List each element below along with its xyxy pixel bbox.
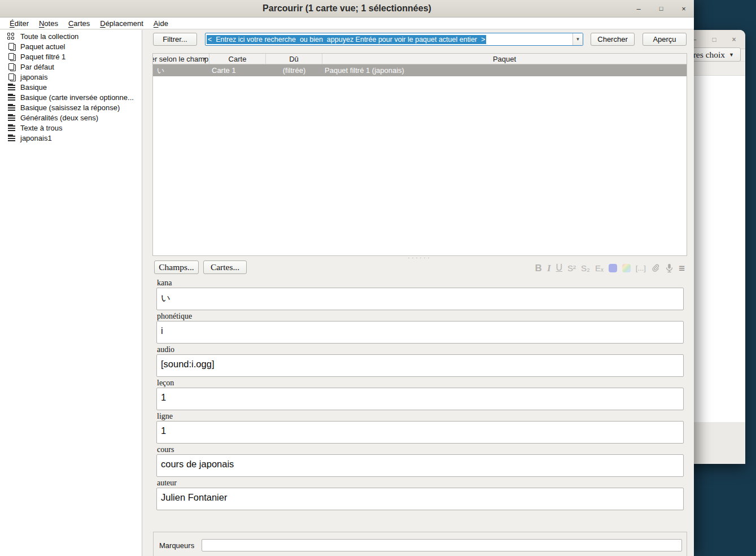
- sidebar-icon: [7, 32, 16, 40]
- field-label: leçon: [157, 378, 684, 388]
- bold-icon[interactable]: B: [535, 263, 542, 273]
- sidebar-item[interactable]: Paquet filtré 1: [0, 51, 142, 62]
- sidebar-item[interactable]: Basique: [0, 82, 142, 92]
- filter-button[interactable]: Filtrer...: [153, 33, 197, 46]
- maximize-icon[interactable]: □: [657, 5, 666, 12]
- sidebar-item[interactable]: Par défaut: [0, 62, 142, 72]
- sidebar-item[interactable]: Basique (carte inversée optionne...: [0, 92, 142, 102]
- tags-input[interactable]: [202, 539, 682, 551]
- field-input[interactable]: い: [156, 288, 684, 310]
- menu-notes[interactable]: Notes: [34, 18, 63, 29]
- field-input[interactable]: 1: [156, 421, 684, 444]
- subscript-icon[interactable]: S₂: [581, 264, 590, 272]
- column-header-sort-field[interactable]: Trier selon le champ ▼: [153, 54, 209, 64]
- sidebar-item[interactable]: japonais: [0, 72, 142, 82]
- search-button[interactable]: Chercher: [591, 33, 635, 46]
- menu-editer[interactable]: Éditer: [5, 18, 34, 29]
- field-label: kana: [157, 278, 684, 288]
- sidebar-item-label: Paquet actuel: [20, 42, 65, 51]
- table-row-selected[interactable]: い Carte 1 (filtrée) Paquet filtré 1 (jap…: [153, 64, 687, 76]
- cell-carte: Carte 1: [209, 66, 266, 75]
- sidebar-item[interactable]: Basique (saisissez la réponse): [0, 102, 142, 112]
- field-input[interactable]: cours de japonais: [156, 454, 684, 477]
- sidebar-item-label: Texte à trous: [20, 124, 62, 132]
- note-field: cours cours de japonais: [156, 445, 684, 477]
- sidebar-icon: [7, 114, 16, 121]
- close-icon[interactable]: ×: [679, 5, 688, 13]
- cell-du: (filtrée): [266, 66, 322, 75]
- titlebar[interactable]: Parcourir (1 carte vue; 1 sélectionnées)…: [0, 0, 694, 18]
- note-field: kana い: [156, 278, 684, 310]
- cell-paquet: Paquet filtré 1 (japonais): [322, 66, 687, 75]
- sidebar-item[interactable]: Toute la collection: [0, 31, 142, 41]
- note-field: auteur Julien Fontanier: [156, 478, 684, 510]
- sidebar-item-label: japonais1: [20, 134, 52, 142]
- change-color-icon[interactable]: [622, 264, 631, 272]
- field-label: cours: [157, 445, 684, 454]
- sidebar-icon: [7, 83, 16, 91]
- field-input[interactable]: [sound:i.ogg]: [156, 354, 684, 377]
- table-editor-splitter[interactable]: ······: [152, 255, 687, 260]
- italic-icon[interactable]: I: [547, 263, 551, 273]
- column-header-paquet[interactable]: Paquet: [322, 54, 687, 64]
- field-label: audio: [157, 345, 684, 354]
- sidebar-item[interactable]: Généralités (deux sens): [0, 112, 142, 123]
- sidebar-icon: [7, 124, 16, 132]
- tags-label: Marqueurs: [159, 540, 202, 550]
- sidebar-item[interactable]: Texte à trous: [0, 123, 142, 133]
- sidebar: Toute la collection Paquet actuel Paquet…: [0, 30, 142, 556]
- underline-icon[interactable]: U: [556, 263, 563, 272]
- more-menu-icon[interactable]: ≡: [679, 263, 685, 273]
- sidebar-item-label: Basique: [20, 83, 47, 92]
- superscript-icon[interactable]: S²: [567, 264, 576, 272]
- maximize-icon[interactable]: □: [711, 36, 718, 44]
- chevron-down-icon[interactable]: ▼: [573, 33, 583, 45]
- sidebar-item-label: Paquet filtré 1: [20, 53, 65, 61]
- menu-aide[interactable]: Aide: [148, 18, 173, 29]
- fields-button[interactable]: Champs...: [154, 260, 199, 274]
- close-icon[interactable]: ×: [731, 36, 737, 44]
- sidebar-item-label: Basique (saisissez la réponse): [20, 103, 120, 112]
- format-toolbar: B I U S² S₂ Eₓ [...] ≡: [535, 261, 685, 275]
- sidebar-icon: [7, 53, 16, 60]
- cell-sort-field: い: [153, 66, 209, 76]
- sidebar-item-label: Basique (carte inversée optionne...: [20, 93, 134, 102]
- menu-deplacement[interactable]: Déplacement: [95, 18, 148, 29]
- note-field: leçon 1: [156, 378, 684, 410]
- note-field: audio [sound:i.ogg]: [156, 345, 684, 377]
- browse-window: Parcourir (1 carte vue; 1 sélectionnées)…: [0, 0, 694, 556]
- column-header-carte[interactable]: Carte: [209, 54, 266, 64]
- minimize-icon[interactable]: –: [634, 5, 643, 13]
- sidebar-icon: [7, 63, 16, 71]
- table-header: Trier selon le champ ▼ Carte Dû Paquet: [153, 54, 687, 64]
- search-input[interactable]: < Entrez ici votre recherche ou bien app…: [207, 35, 486, 44]
- sidebar-item[interactable]: Paquet actuel: [0, 41, 142, 51]
- sort-indicator-icon: ▼: [203, 57, 207, 62]
- paperclip-icon[interactable]: [651, 263, 660, 272]
- sidebar-icon: [7, 93, 16, 101]
- field-label: ligne: [157, 411, 684, 421]
- sidebar-item-label: Toute la collection: [20, 32, 78, 41]
- sidebar-item-label: japonais: [20, 73, 47, 81]
- column-header-du[interactable]: Dû: [266, 54, 322, 64]
- sidebar-item-label: Par défaut: [20, 63, 54, 71]
- sidebar-icon: [7, 42, 16, 50]
- cards-button[interactable]: Cartes...: [203, 260, 247, 274]
- field-input[interactable]: 1: [156, 388, 684, 410]
- menu-cartes[interactable]: Cartes: [63, 18, 95, 29]
- search-combobox[interactable]: < Entrez ici votre recherche ou bien app…: [205, 33, 583, 46]
- cloze-icon[interactable]: [...]: [636, 264, 646, 272]
- field-input[interactable]: Julien Fontanier: [156, 488, 684, 510]
- remove-formatting-icon[interactable]: Eₓ: [595, 264, 604, 272]
- preview-button[interactable]: Aperçu: [643, 33, 687, 46]
- chevron-down-icon: ▼: [729, 52, 734, 58]
- sidebar-icon: [7, 134, 16, 142]
- field-input[interactable]: i: [156, 321, 684, 344]
- sidebar-icon: [7, 103, 16, 111]
- text-color-icon[interactable]: [609, 264, 617, 272]
- field-label: phonétique: [157, 311, 684, 321]
- microphone-icon[interactable]: [665, 263, 674, 273]
- card-table: Trier selon le champ ▼ Carte Dû Paquet い…: [152, 53, 687, 256]
- note-field: phonétique i: [156, 311, 684, 344]
- sidebar-item[interactable]: japonais1: [0, 133, 142, 143]
